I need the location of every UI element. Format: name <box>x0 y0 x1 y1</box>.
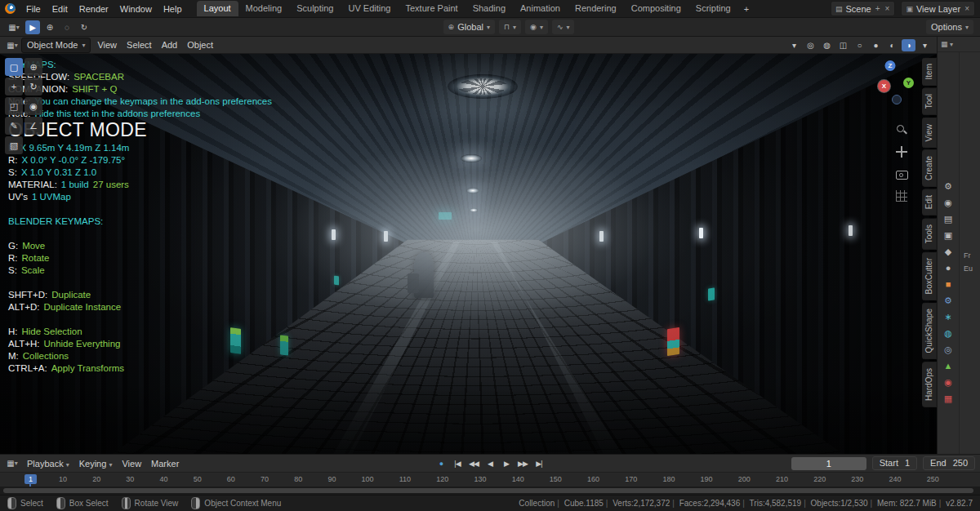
object-visibility-dropdown[interactable]: ▾ <box>787 39 801 51</box>
frame-start-field[interactable]: Start1 <box>872 456 917 470</box>
menu-item[interactable]: Window <box>114 2 158 16</box>
sidebar-tab[interactable]: HardOps <box>922 362 937 407</box>
select-box-tool[interactable]: ▢ <box>5 58 23 76</box>
xray-toggle[interactable]: ◫ <box>836 39 850 51</box>
move-view-icon[interactable] <box>896 146 907 158</box>
tool-properties-icon[interactable]: ⚙ <box>944 181 952 191</box>
menu-item[interactable]: Edit <box>47 2 74 16</box>
viewport-menu-item[interactable]: Select <box>122 38 157 51</box>
viewport-menu-item[interactable]: Object <box>182 38 218 51</box>
snap-widget[interactable]: ⊓▾ <box>499 20 521 34</box>
gizmos-toggle[interactable]: ◎ <box>804 39 817 51</box>
overlays-toggle[interactable]: ◍ <box>820 39 834 51</box>
measure-tool[interactable]: ∠ <box>24 117 42 135</box>
cursor-tool[interactable]: ⊕ <box>24 58 42 76</box>
particles-properties-icon[interactable]: ∗ <box>944 312 951 322</box>
shading-solid-button[interactable]: ● <box>869 39 883 51</box>
timeline-scrollbar[interactable] <box>3 488 973 493</box>
timeline-ruler[interactable]: 1 10203040506070809010011012013014015016… <box>0 472 980 487</box>
scene-properties-icon[interactable]: ◆ <box>945 247 951 256</box>
viewport-editor-type-dropdown[interactable]: ▦▾ <box>5 38 20 52</box>
play-button[interactable]: ▶ <box>499 457 514 470</box>
sidebar-tab[interactable]: Create <box>922 149 937 187</box>
timeline-menu-item[interactable]: Marker <box>146 457 184 470</box>
scale-tool[interactable]: ◰ <box>5 97 23 115</box>
shading-wireframe-button[interactable]: ○ <box>853 39 866 51</box>
select-circle-icon[interactable]: ◌ <box>60 20 74 34</box>
menu-item[interactable]: File <box>20 2 47 16</box>
timeline-menu-item[interactable]: View <box>117 457 146 470</box>
axis-y-handle[interactable]: Y <box>903 78 914 88</box>
workspace-tab[interactable]: Compositing <box>624 1 688 16</box>
physics-properties-icon[interactable]: ◍ <box>944 328 952 338</box>
new-scene-icon[interactable]: + <box>875 4 881 13</box>
workspace-tab[interactable]: Sculpting <box>289 1 341 16</box>
axis-x-handle[interactable]: X <box>878 80 890 92</box>
next-keyframe-button[interactable]: ▶▶ <box>515 457 531 470</box>
scene-selector[interactable]: ▤ Scene + × <box>831 1 895 16</box>
object-properties-icon[interactable]: ■ <box>946 279 951 289</box>
sidebar-tab[interactable]: BoxCutter <box>922 251 937 300</box>
prev-keyframe-button[interactable]: ◀◀ <box>466 457 482 470</box>
shading-dropdown[interactable]: ▾ <box>918 39 932 51</box>
output-properties-icon[interactable]: ▤ <box>944 214 952 224</box>
timeline-menu-item[interactable]: Keying ▾ <box>74 457 118 470</box>
modifier-properties-icon[interactable]: ⚙ <box>944 295 952 305</box>
blender-logo-icon[interactable] <box>5 3 16 14</box>
axis-minus-z-handle[interactable] <box>892 95 902 104</box>
timeline-menu-item[interactable]: Playback ▾ <box>22 457 74 470</box>
viewport-menu-item[interactable]: Add <box>157 38 183 51</box>
sidebar-tab[interactable]: Tool <box>922 87 937 115</box>
jump-to-start-button[interactable]: |◀ <box>450 457 466 470</box>
current-frame-field[interactable]: 1 <box>791 457 866 470</box>
axis-z-handle[interactable]: Z <box>885 60 896 71</box>
annotate-tool[interactable]: ✎ <box>5 117 23 135</box>
view-layer-properties-icon[interactable]: ▣ <box>944 230 952 240</box>
transform-orientation-dropdown[interactable]: ⊕ Global ▾ <box>443 20 495 34</box>
sidebar-tab[interactable]: Tools <box>922 218 937 250</box>
falloff-widget[interactable]: ∿▾ <box>552 20 575 34</box>
add-workspace-button[interactable]: + <box>739 2 754 16</box>
tweak-tool-icon[interactable]: ⊕ <box>42 20 57 34</box>
play-reverse-button[interactable]: ◀ <box>483 457 498 470</box>
proportional-editing-widget[interactable]: ◉▾ <box>525 20 548 34</box>
viewport-canvas[interactable]: KEYMAPS: SPEEDFLOW: SPACEBAR COMPANION: <box>0 54 937 454</box>
menu-item[interactable]: Help <box>158 2 188 16</box>
material-properties-icon[interactable]: ◉ <box>944 377 952 387</box>
select-lasso-icon[interactable]: ↻ <box>77 20 91 34</box>
auto-keying-toggle[interactable]: ● <box>434 457 449 470</box>
frame-end-field[interactable]: End250 <box>923 456 975 470</box>
timeline-editor-type-dropdown[interactable]: ▦▾ <box>5 456 20 470</box>
navigation-gizmo[interactable]: Z Y X <box>866 60 914 108</box>
render-properties-icon[interactable]: ◉ <box>944 198 952 207</box>
playhead-frame-badge[interactable]: 1 <box>24 474 37 484</box>
perspective-toggle-icon[interactable] <box>896 190 907 202</box>
workspace-tab[interactable]: Scripting <box>688 1 738 16</box>
workspace-tab[interactable]: Shading <box>466 1 513 16</box>
rotate-tool[interactable]: ↻ <box>24 78 42 96</box>
editor-type-dropdown[interactable]: ▦▾ <box>7 20 21 34</box>
workspace-tab[interactable]: Layout <box>197 1 238 16</box>
world-properties-icon[interactable]: ● <box>946 263 951 273</box>
sidebar-tab[interactable]: Item <box>922 57 937 86</box>
move-tool[interactable]: + <box>5 78 23 96</box>
constraints-properties-icon[interactable]: ◎ <box>944 344 952 354</box>
workspace-tab[interactable]: Modeling <box>238 1 290 16</box>
shading-rendered-button[interactable]: ◑ <box>902 39 915 51</box>
sidebar-tab[interactable]: QuickShape <box>922 302 937 359</box>
menu-item[interactable]: Render <box>74 2 114 16</box>
zoom-icon[interactable] <box>896 124 907 136</box>
options-dropdown[interactable]: Options ▾ <box>926 20 973 34</box>
active-tool-select-button[interactable]: ▶ <box>25 20 40 34</box>
workspace-tab[interactable]: Rendering <box>568 1 624 16</box>
workspace-tab[interactable]: UV Editing <box>341 1 398 16</box>
shading-material-button[interactable]: ◐ <box>885 39 899 51</box>
jump-to-end-button[interactable]: ▶| <box>532 457 547 470</box>
view-layer-selector[interactable]: ▣ View Layer × <box>901 1 975 16</box>
properties-editor-type-dropdown[interactable]: ▦ ▾ <box>941 40 953 48</box>
sidebar-tab[interactable]: Edit <box>922 189 937 216</box>
mode-dropdown[interactable]: Object Mode ▾ <box>21 38 91 53</box>
sidebar-tab[interactable]: View <box>922 118 937 149</box>
add-cube-tool[interactable]: ▧ <box>5 136 23 154</box>
object-data-properties-icon[interactable]: ▲ <box>944 361 953 371</box>
